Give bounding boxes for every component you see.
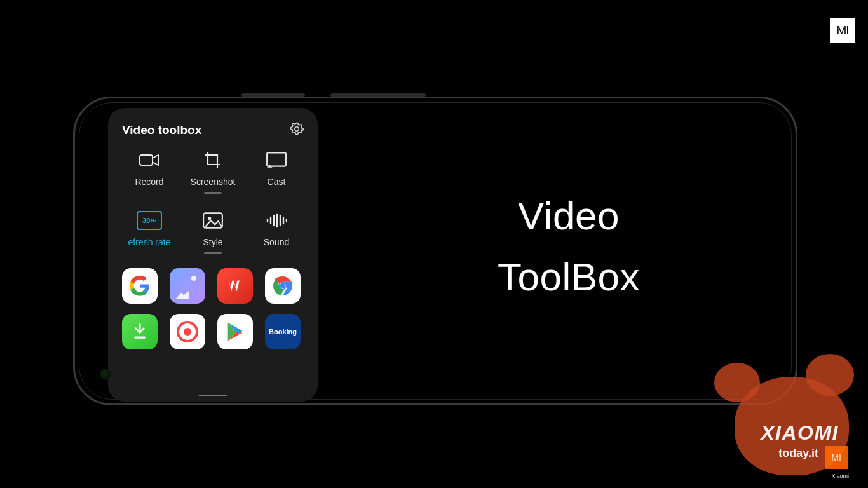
app-recorder[interactable] <box>170 314 205 349</box>
front-camera <box>100 369 111 380</box>
tool-style[interactable]: Style <box>183 210 243 254</box>
tool-label: Record <box>135 177 163 187</box>
equalizer-icon <box>266 210 287 231</box>
tool-sound[interactable]: Sound <box>247 210 306 254</box>
watermark-mi-icon: MI <box>825 446 848 469</box>
app-chrome[interactable] <box>265 268 301 304</box>
phone-frame: Video toolbox <box>73 97 797 405</box>
svg-point-14 <box>280 283 285 288</box>
indicator <box>204 192 222 194</box>
app-play-store[interactable] <box>217 314 253 349</box>
tool-refresh-rate[interactable]: 30Hz efresh rate <box>119 210 179 254</box>
slide-title-line1: Video <box>518 194 620 238</box>
svg-rect-0 <box>140 155 153 165</box>
slide-title: Video ToolBox <box>410 186 728 308</box>
video-toolbox-panel: Video toolbox <box>108 108 318 402</box>
tool-record[interactable]: Record <box>119 150 179 194</box>
image-icon <box>202 210 224 231</box>
tool-label: efresh rate <box>128 237 171 247</box>
tool-screenshot[interactable]: Screenshot <box>183 150 243 194</box>
app-wps[interactable] <box>217 268 253 304</box>
app-booking[interactable]: Booking <box>265 314 301 349</box>
tool-cast[interactable]: Cast <box>247 150 306 194</box>
watermark-company: Xiaomi <box>831 473 849 479</box>
toolbox-header: Video toolbox <box>119 122 306 139</box>
app-download[interactable] <box>122 314 158 349</box>
app-shortcut-grid: Booking <box>119 268 306 349</box>
app-google[interactable] <box>122 268 158 304</box>
svg-rect-15 <box>134 337 146 339</box>
svg-rect-1 <box>267 152 286 166</box>
tool-grid: Record Screenshot <box>119 150 306 254</box>
watermark-brand: XIAOMI <box>761 421 839 445</box>
cast-icon <box>266 150 287 170</box>
watermark-site: today.it <box>778 447 818 460</box>
app-gallery[interactable] <box>170 268 205 304</box>
indicator <box>204 252 222 254</box>
refresh-rate-icon: 30Hz <box>137 210 162 231</box>
camcorder-icon <box>139 150 160 170</box>
tool-label: Style <box>203 237 222 247</box>
tool-label: Screenshot <box>191 177 236 187</box>
slide-title-line2: ToolBox <box>498 255 640 299</box>
gear-icon[interactable] <box>290 122 304 139</box>
svg-point-3 <box>208 217 211 220</box>
mi-logo-top: MI <box>830 18 855 43</box>
crop-icon <box>202 150 224 170</box>
tool-label: Sound <box>264 237 289 247</box>
phone-screen: Video toolbox <box>79 102 792 400</box>
home-indicator[interactable] <box>199 395 227 396</box>
toolbox-title: Video toolbox <box>122 123 201 137</box>
watermark-ear <box>806 354 854 396</box>
tool-label: Cast <box>268 177 286 187</box>
